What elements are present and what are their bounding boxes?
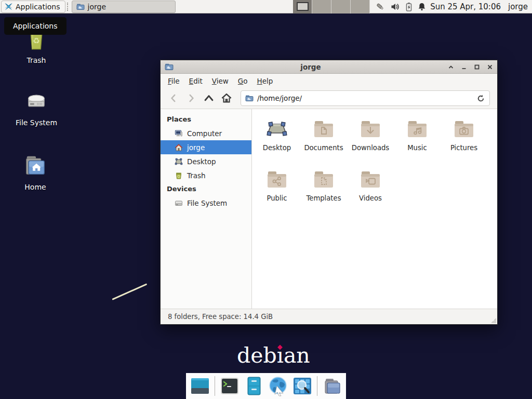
file-item-label: Documents — [304, 144, 343, 152]
forward-button[interactable] — [183, 90, 199, 106]
location-folder-icon — [245, 94, 254, 102]
workspace-1[interactable] — [293, 0, 312, 14]
sidebar-item-label: Desktop — [187, 157, 216, 166]
sidebar-item-label: Computer — [187, 129, 222, 138]
up-icon — [204, 93, 214, 103]
location-path[interactable]: /home/jorge/ — [257, 94, 473, 102]
taskbar-window-button[interactable]: jorge — [72, 1, 176, 13]
file-item-downloads[interactable]: Downloads — [347, 116, 394, 167]
stylus-icon[interactable] — [375, 2, 385, 11]
workspace-4[interactable] — [351, 0, 370, 14]
window-controls — [448, 64, 493, 70]
panel-clock[interactable]: Sun 25 Apr, 10:06 — [430, 2, 501, 11]
panel-grip-handle[interactable] — [67, 3, 70, 11]
terminal-icon — [220, 376, 240, 396]
terminal-launcher[interactable] — [220, 376, 240, 396]
debian-logo: debıan — [237, 343, 310, 368]
debian-logo-text: deb — [237, 343, 277, 368]
file-item-desktop[interactable]: Desktop — [254, 116, 300, 167]
file-manager-window: jorge File Edit View Go Help — [160, 60, 498, 325]
dock-separator — [317, 376, 317, 396]
menu-help[interactable]: Help — [252, 77, 278, 85]
workspace-2[interactable] — [312, 0, 331, 14]
sidebar-item-computer[interactable]: Computer — [161, 126, 251, 140]
file-item-documents[interactable]: Documents — [300, 116, 347, 167]
sidebar-item-label: Trash — [187, 171, 206, 180]
debian-logo-i: ı — [277, 343, 284, 368]
desktop-icon-home[interactable]: Home — [7, 152, 64, 191]
file-item-label: Desktop — [263, 144, 291, 152]
hard-drive-icon — [23, 87, 50, 114]
folder-icon — [76, 3, 85, 11]
sidebar-item-file-system[interactable]: File System — [161, 196, 251, 210]
notifications-bell-icon[interactable] — [418, 2, 426, 11]
home-folder-icon — [22, 152, 49, 179]
sidebar-item-trash[interactable]: Trash — [161, 168, 251, 182]
directory-menu-button[interactable] — [322, 376, 342, 396]
pointer-trail-line — [112, 283, 147, 300]
file-item-public[interactable]: Public — [254, 167, 300, 217]
battery-icon[interactable] — [405, 2, 413, 11]
desktop-icon-label: Trash — [27, 56, 46, 64]
file-cabinet-icon — [244, 376, 264, 396]
home-button[interactable] — [219, 90, 234, 106]
statusbar: 8 folders, Free space: 14.4 GiB — [161, 309, 497, 324]
window-titlebar[interactable]: jorge — [161, 60, 497, 74]
menu-go[interactable]: Go — [233, 77, 252, 85]
applications-menu-button[interactable]: Applications — [1, 1, 65, 13]
menu-view[interactable]: View — [207, 77, 233, 85]
menu-file[interactable]: File — [163, 77, 184, 85]
forward-icon — [187, 94, 196, 103]
panel-username[interactable]: jorge — [508, 2, 528, 11]
file-item-templates[interactable]: Templates — [300, 167, 347, 217]
show-desktop-button[interactable] — [190, 376, 210, 396]
web-browser-globe-icon — [268, 376, 288, 396]
location-bar[interactable]: /home/jorge/ — [241, 90, 490, 106]
debian-logo-text: an — [284, 343, 310, 368]
file-item-pictures[interactable]: Pictures — [441, 116, 487, 167]
close-icon[interactable] — [487, 64, 493, 70]
file-manager-launcher[interactable] — [244, 376, 264, 396]
app-finder-icon — [292, 376, 312, 396]
show-desktop-icon — [190, 376, 210, 396]
videos-folder-icon — [358, 167, 383, 192]
toolbar: /home/jorge/ — [161, 88, 497, 109]
minimize-icon[interactable] — [461, 64, 467, 70]
up-button[interactable] — [201, 90, 217, 106]
desktop-icon-file-system[interactable]: File System — [8, 87, 65, 127]
back-button[interactable] — [166, 90, 181, 106]
file-item-label: Pictures — [450, 144, 477, 152]
home-icon — [175, 143, 183, 152]
web-browser-launcher[interactable] — [268, 376, 288, 396]
maximize-icon[interactable] — [474, 64, 480, 70]
dock-panel — [186, 373, 346, 399]
window-body: Places Computer jorge — [161, 109, 497, 309]
documents-folder-icon — [311, 116, 336, 141]
volume-icon[interactable] — [391, 3, 400, 11]
back-icon — [169, 94, 178, 103]
home-icon — [221, 92, 232, 104]
svg-text:♻: ♻ — [33, 36, 40, 46]
resize-grip[interactable] — [491, 318, 496, 323]
music-folder-icon — [405, 116, 430, 141]
file-item-videos[interactable]: Videos — [347, 167, 394, 217]
top-panel: Applications jorge — [0, 0, 532, 14]
workspace-3[interactable] — [331, 0, 351, 14]
status-text: 8 folders, Free space: 14.4 GiB — [168, 313, 273, 321]
sidebar-item-label: jorge — [187, 143, 205, 152]
app-finder-launcher[interactable] — [292, 376, 312, 396]
sidebar-item-jorge[interactable]: jorge — [161, 140, 251, 154]
file-item-label: Videos — [359, 194, 382, 202]
file-item-music[interactable]: Music — [394, 116, 441, 167]
devices-header: Devices — [161, 182, 251, 196]
shade-icon[interactable] — [448, 64, 454, 70]
directory-folder-icon — [323, 376, 342, 396]
menu-edit[interactable]: Edit — [184, 77, 207, 85]
taskbar-window-label: jorge — [88, 3, 106, 11]
folder-view: Desktop Documents — [252, 109, 497, 309]
file-item-label: Music — [407, 144, 427, 152]
reload-icon[interactable] — [476, 94, 485, 103]
desktop-icon — [264, 116, 289, 141]
sidebar-item-desktop[interactable]: Desktop — [161, 154, 251, 168]
desktop-icon-label: File System — [16, 118, 57, 127]
